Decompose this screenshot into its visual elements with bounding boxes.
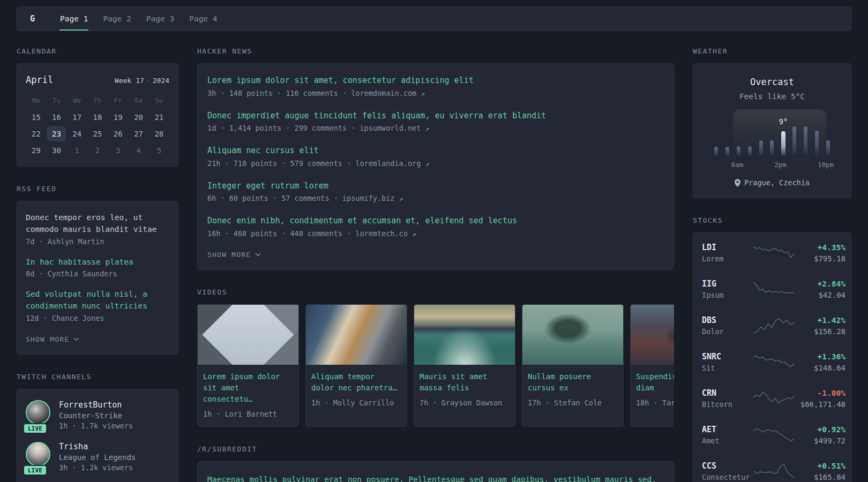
stock-symbol: AET bbox=[702, 425, 753, 434]
calendar-date: 21 bbox=[149, 109, 169, 125]
rss-item-title[interactable]: In hac habitasse platea bbox=[26, 257, 169, 268]
hn-item: Lorem ipsum dolor sit amet, consectetur … bbox=[207, 74, 664, 97]
stock-left: CCSConsectetur bbox=[702, 461, 753, 481]
app-logo[interactable]: G bbox=[17, 7, 48, 31]
subreddit-post-title[interactable]: Maecenas mollis pulvinar erat non posuer… bbox=[207, 472, 664, 482]
hn-item: Donec imperdiet augue tincidunt felis al… bbox=[207, 110, 664, 133]
tab-page-4[interactable]: Page 4 bbox=[182, 7, 225, 31]
hn-item-title[interactable]: Integer eget rutrum lorem bbox=[207, 180, 664, 192]
rss-item-title[interactable]: Donec tempor eros leo, ut commodo mauris… bbox=[26, 212, 169, 236]
subreddit-widget: /R/SUBREDDIT Maecenas mollis pulvinar er… bbox=[197, 445, 674, 482]
weather-feels-like: Feels like 5°C bbox=[706, 92, 838, 101]
sparkline-chart bbox=[753, 389, 794, 408]
calendar-date: 22 bbox=[26, 125, 46, 142]
calendar-day-header: Mo bbox=[26, 97, 46, 104]
weather-hour-label: 2pm bbox=[774, 161, 787, 169]
hn-item-title[interactable]: Donec imperdiet augue tincidunt felis al… bbox=[207, 110, 664, 122]
calendar-date: 20 bbox=[128, 109, 148, 125]
twitch-channel-name: ForrestBurton bbox=[59, 400, 133, 410]
hn-item-title[interactable]: Donec enim nibh, condimentum et accumsan… bbox=[207, 215, 664, 227]
weather-hour-labels: 6am2pm10pm bbox=[710, 161, 834, 169]
stock-row-ccs[interactable]: CCSConsectetur+0.51%$165.84 bbox=[702, 453, 842, 482]
twitch-channel-info: ForrestBurtonCounter-Strike1h · 1.7k vie… bbox=[59, 400, 133, 430]
calendar-day-header: Fr bbox=[108, 97, 128, 104]
rss-show-more-button[interactable]: SHOW MORE bbox=[26, 335, 169, 343]
rss-item-title[interactable]: Sed volutpat nulla nisl, a condimentum n… bbox=[26, 289, 169, 312]
hn-item-domain-link[interactable]: ipsumworld.net bbox=[360, 124, 425, 132]
video-title: Lorem ipsum dolor sit amet consectetu… bbox=[203, 371, 293, 405]
video-card[interactable]: Mauris sit amet massa felis7h · Grayson … bbox=[414, 304, 515, 427]
twitch-channel-row[interactable]: LIVEForrestBurtonCounter-Strike1h · 1.7k… bbox=[26, 400, 169, 430]
hn-item-domain-link[interactable]: loremdomain.com bbox=[351, 89, 421, 97]
calendar-date-number: 18 bbox=[88, 109, 107, 125]
weather-location: Prague, Czechia bbox=[744, 178, 810, 187]
hacker-news-widget: HACKER NEWS Lorem ipsum dolor sit amet, … bbox=[197, 47, 674, 270]
twitch-widget: TWITCH CHANNELS LIVEForrestBurtonCounter… bbox=[17, 373, 178, 482]
tab-page-1[interactable]: Page 1 bbox=[53, 7, 95, 31]
calendar-date-number: 20 bbox=[129, 109, 148, 125]
stock-name: Lorem bbox=[702, 254, 753, 263]
stock-left: DBSDolor bbox=[702, 315, 753, 336]
video-card[interactable]: Lorem ipsum dolor sit amet consectetu…1h… bbox=[197, 304, 299, 427]
stock-row-crn[interactable]: CRNBitcorn-1.00%$66,171.48 bbox=[702, 380, 842, 417]
video-thumbnail bbox=[306, 305, 407, 365]
stock-price: $42.04 bbox=[794, 291, 845, 299]
calendar-date-number: 29 bbox=[26, 142, 46, 158]
weather-bar-cell bbox=[744, 109, 755, 156]
calendar-date-number: 15 bbox=[26, 109, 46, 125]
twitch-channel-meta: 1h · 1.7k viewers bbox=[59, 421, 133, 430]
stock-sparkline bbox=[753, 389, 794, 408]
calendar-widget: CALENDAR April Week 17·2024 MoTuWeThFrSa… bbox=[17, 47, 178, 167]
tab-label: Page 3 bbox=[146, 14, 174, 23]
twitch-channel-row[interactable]: LIVETrishaLeague of Legends3h · 1.2k vie… bbox=[26, 442, 169, 472]
calendar-date-number: 1 bbox=[68, 142, 87, 158]
stock-row-iig[interactable]: IIGIpsum+2.84%$42.04 bbox=[702, 271, 842, 307]
calendar-date-number: 26 bbox=[108, 126, 128, 141]
video-card[interactable]: Suspendisse diam18h · Tara bbox=[630, 304, 674, 427]
tab-page-2[interactable]: Page 2 bbox=[95, 7, 138, 31]
chevron-down-icon bbox=[73, 337, 79, 341]
stock-row-snrc[interactable]: SNRCSit+1.36%$148.64 bbox=[702, 344, 842, 380]
video-card[interactable]: Nullam posuere cursus ex17h · Stefan Col… bbox=[522, 304, 624, 427]
rss-item: In hac habitasse platea8d · Cynthia Saun… bbox=[26, 257, 169, 278]
rss-widget-title: RSS FEED bbox=[17, 185, 178, 193]
hn-item-domain-link[interactable]: loremtech.co bbox=[355, 229, 412, 238]
stock-row-aet[interactable]: AETAmet+0.92%$499.72 bbox=[702, 417, 842, 453]
video-title: Aliquam tempor dolor nec pharetra… bbox=[311, 371, 401, 394]
calendar-date: 15 bbox=[26, 109, 46, 125]
live-badge: LIVE bbox=[23, 465, 47, 476]
twitch-channel-name: Trisha bbox=[59, 442, 136, 451]
calendar-year: 2024 bbox=[153, 77, 169, 85]
calendar-date-number: 5 bbox=[149, 142, 169, 158]
twitch-channel-category: League of Legends bbox=[59, 453, 136, 462]
hacker-news-show-more-button[interactable]: SHOW MORE bbox=[207, 251, 664, 259]
video-title: Nullam posuere cursus ex bbox=[528, 371, 618, 394]
middle-column: HACKER NEWS Lorem ipsum dolor sit amet, … bbox=[197, 47, 674, 482]
calendar-header: April Week 17·2024 bbox=[26, 74, 169, 85]
stock-row-dbs[interactable]: DBSDolor+1.42%$156.28 bbox=[702, 307, 842, 344]
stock-name: Ipsum bbox=[702, 291, 753, 299]
current-temp-label: 9° bbox=[779, 117, 788, 126]
twitch-channel-category: Counter-Strike bbox=[59, 411, 133, 420]
hn-item-title[interactable]: Lorem ipsum dolor sit amet, consectetur … bbox=[207, 74, 664, 87]
video-card[interactable]: Aliquam tempor dolor nec pharetra…1h · M… bbox=[305, 304, 407, 427]
weather-bar-cell bbox=[755, 109, 767, 156]
stock-row-ldi[interactable]: LDILorem+4.35%$795.18 bbox=[702, 235, 842, 271]
sparkline-chart bbox=[753, 316, 794, 335]
hn-item-title[interactable]: Aliquam nec cursus elit bbox=[207, 145, 664, 157]
weather-hour-label bbox=[754, 161, 764, 169]
calendar-date-number: 22 bbox=[26, 126, 46, 141]
hn-item-domain-link[interactable]: ipsumify.biz bbox=[342, 194, 399, 202]
hn-item-domain-link[interactable]: loremlandia.org bbox=[355, 159, 425, 168]
tab-page-3[interactable]: Page 3 bbox=[139, 7, 182, 31]
calendar-day-header: Sa bbox=[128, 97, 148, 104]
stock-change: +2.84% bbox=[794, 280, 845, 288]
stock-price: $499.72 bbox=[794, 436, 845, 445]
stock-sparkline bbox=[753, 243, 794, 262]
stocks-widget-title: STOCKS bbox=[693, 216, 851, 224]
calendar-week-row: 15161718192021 bbox=[26, 109, 169, 125]
calendar-date: 4 bbox=[128, 142, 148, 159]
subreddit-post: Maecenas mollis pulvinar erat non posuer… bbox=[207, 472, 664, 482]
weather-temp-bar bbox=[770, 140, 774, 156]
calendar-day-header: Su bbox=[149, 97, 169, 104]
